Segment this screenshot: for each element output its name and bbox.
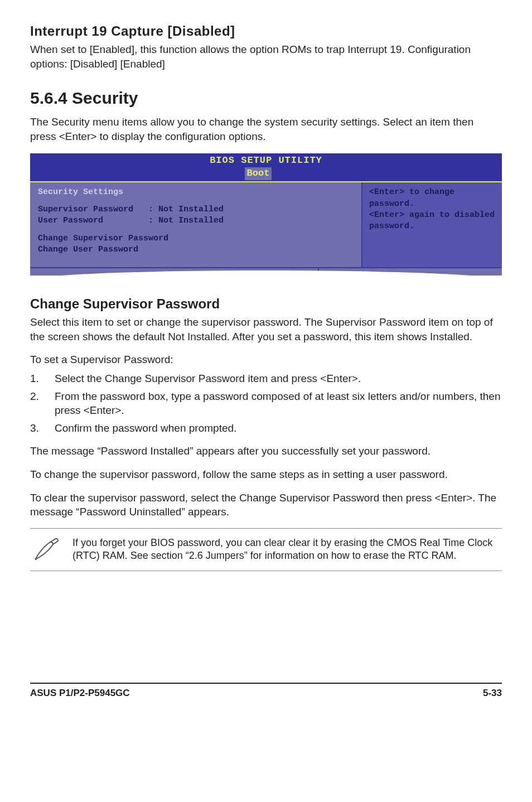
heading-interrupt19: Interrupt 19 Capture [Disabled] bbox=[30, 22, 502, 40]
bios-security-settings-label: Security Settings bbox=[38, 187, 354, 198]
page-footer: ASUS P1/P2-P5945GC 5-33 bbox=[30, 683, 502, 700]
bios-change-supervisor-password[interactable]: Change Supervisor Password bbox=[38, 233, 354, 244]
bios-supervisor-password-row: Supervisor Password : Not Installed bbox=[38, 204, 354, 215]
bios-tab-boot[interactable]: Boot bbox=[245, 167, 272, 180]
csp-steps: 1.Select the Change Supervisor Password … bbox=[30, 371, 502, 436]
list-item: 3.Confirm the password when prompted. bbox=[30, 421, 502, 436]
csp-paragraph-5: To clear the supervisor password, select… bbox=[30, 491, 502, 519]
heading-security: 5.6.4 Security bbox=[30, 87, 502, 110]
heading-change-supervisor-password: Change Supervisor Password bbox=[30, 295, 502, 313]
bios-title: BIOS SETUP UTILITY bbox=[210, 154, 322, 167]
bios-tear-decor bbox=[30, 268, 502, 282]
list-item: 1.Select the Change Supervisor Password … bbox=[30, 371, 502, 386]
footer-page-number: 5-33 bbox=[483, 687, 502, 700]
note-pencil-icon bbox=[33, 537, 62, 561]
csp-paragraph-1: Select this item to set or change the su… bbox=[30, 315, 502, 344]
bios-left-pane: Security Settings Supervisor Password : … bbox=[30, 182, 362, 268]
csp-paragraph-3: The message “Password Installed” appears… bbox=[30, 444, 502, 458]
text-interrupt19: When set to [Enabled], this function all… bbox=[30, 42, 502, 71]
bios-panel: BIOS SETUP UTILITY Boot Security Setting… bbox=[30, 153, 502, 281]
bios-user-password-row: User Password : Not Installed bbox=[38, 215, 354, 226]
bios-help-pane: <Enter> to change password. <Enter> agai… bbox=[362, 182, 502, 268]
csp-step-2: From the password box, type a password c… bbox=[55, 389, 502, 418]
list-item: 2.From the password box, type a password… bbox=[30, 389, 502, 418]
csp-step-3: Confirm the password when prompted. bbox=[55, 421, 502, 436]
note-box: If you forget your BIOS password, you ca… bbox=[30, 528, 502, 571]
bios-change-user-password[interactable]: Change User Password bbox=[38, 244, 354, 255]
text-security-intro: The Security menu items allow you to cha… bbox=[30, 115, 502, 143]
note-text: If you forget your BIOS password, you ca… bbox=[72, 537, 502, 563]
bios-titlebar: BIOS SETUP UTILITY Boot bbox=[30, 153, 502, 181]
csp-step-1: Select the Change Supervisor Password it… bbox=[55, 371, 502, 386]
footer-model: ASUS P1/P2-P5945GC bbox=[30, 687, 130, 700]
csp-paragraph-4: To change the supervisor password, follo… bbox=[30, 467, 502, 482]
csp-paragraph-2: To set a Supervisor Password: bbox=[30, 352, 502, 367]
